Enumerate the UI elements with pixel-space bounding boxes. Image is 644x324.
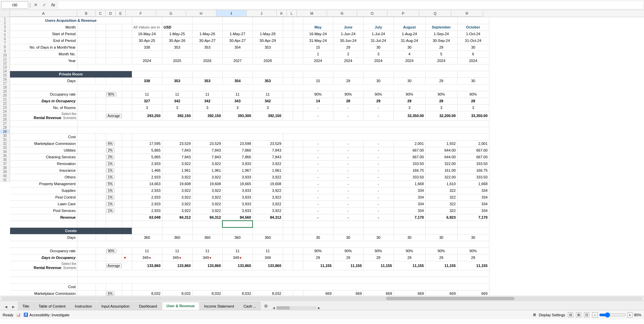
- cell-a8[interactable]: [10, 64, 77, 71]
- tab-dashboard[interactable]: Dashboard: [135, 302, 161, 310]
- cell-a27[interactable]: Lawn Care: [10, 201, 77, 207]
- cell-d18b[interactable]: 6%: [106, 140, 122, 147]
- cell-g1[interactable]: [162, 17, 192, 24]
- row-header-33[interactable]: 33: [0, 146, 10, 150]
- cell-q21[interactable]: 322.00: [425, 160, 457, 167]
- cell-j12[interactable]: 11: [253, 91, 283, 98]
- cell-g18b[interactable]: 23,529: [162, 140, 192, 147]
- condo-occ-rate-badge[interactable]: 90%: [106, 249, 116, 253]
- cell-b12[interactable]: [77, 91, 96, 98]
- cell-i39b[interactable]: 8,032: [222, 290, 253, 296]
- cell-c28[interactable]: [96, 207, 106, 214]
- cell-a3[interactable]: Start of Period: [10, 31, 77, 37]
- cell-l18b[interactable]: [293, 140, 303, 147]
- others-badge[interactable]: 1%: [106, 175, 114, 179]
- cell-e18b[interactable]: [122, 140, 132, 147]
- cell-g13[interactable]: 342: [162, 98, 192, 104]
- cell-a10[interactable]: Days: [10, 77, 77, 84]
- sheet-scrollbar-thumb[interactable]: [276, 306, 290, 310]
- col-header-q[interactable]: Q: [419, 10, 451, 17]
- row-header-23[interactable]: 23: [0, 106, 10, 110]
- cell-r35[interactable]: 29: [457, 254, 489, 261]
- cell-n19[interactable]: -: [333, 147, 363, 154]
- cell-h39b[interactable]: 8,032: [192, 290, 222, 296]
- row-header-32[interactable]: 32: [0, 142, 10, 146]
- cell-m13[interactable]: 14: [303, 98, 333, 104]
- tab-scroll-right[interactable]: ►: [10, 304, 17, 310]
- cell-d15[interactable]: Average: [106, 111, 122, 120]
- row-header-13[interactable]: 13: [0, 65, 10, 69]
- cell-q31[interactable]: [425, 227, 457, 234]
- cell-e5[interactable]: [122, 44, 132, 51]
- cell-a18b[interactable]: Marketplace Commission: [10, 140, 77, 147]
- cell-r30[interactable]: [457, 221, 489, 227]
- insurance-badge[interactable]: 1%: [106, 168, 114, 173]
- cell-i13[interactable]: 343: [222, 98, 253, 104]
- tab-income-statement[interactable]: Income Statement: [200, 302, 238, 310]
- cell-m6[interactable]: 1: [303, 51, 333, 57]
- cell-g24[interactable]: 19,608: [162, 180, 192, 187]
- cell-h35[interactable]: 349▼: [192, 254, 222, 261]
- cell-c13[interactable]: [96, 98, 106, 104]
- cell-a11[interactable]: [10, 84, 77, 91]
- cell-c39b[interactable]: [96, 290, 106, 296]
- cell-q10[interactable]: 29: [425, 77, 457, 84]
- cell-q13[interactable]: 28: [425, 98, 457, 104]
- row-header-1[interactable]: 1: [0, 17, 10, 21]
- cell-a19[interactable]: Utilities: [10, 147, 77, 154]
- col-header-l[interactable]: L: [287, 10, 297, 17]
- cell-e24[interactable]: [122, 180, 132, 187]
- cell-e32[interactable]: [122, 234, 132, 241]
- formula-input[interactable]: [58, 1, 643, 9]
- zoom-in-button[interactable]: +: [627, 312, 633, 318]
- cell-e34[interactable]: [122, 248, 132, 254]
- row-header-26[interactable]: 26: [0, 118, 10, 122]
- cell-q5[interactable]: 29: [425, 44, 457, 51]
- cell-p10[interactable]: 30: [393, 77, 425, 84]
- col-header-i[interactable]: I: [216, 10, 247, 17]
- cell-j22[interactable]: 1,961: [253, 167, 283, 174]
- cell-a20[interactable]: Cleaning Services: [10, 154, 77, 160]
- tab-instruction[interactable]: Instruction: [70, 302, 96, 310]
- cell-e6[interactable]: [122, 51, 132, 57]
- cell-f18-rest[interactable]: [132, 133, 283, 140]
- cell-i21[interactable]: 3,933: [222, 160, 253, 167]
- cell-o10[interactable]: 30: [363, 77, 393, 84]
- cell-n24[interactable]: -: [333, 180, 363, 187]
- cell-m5[interactable]: 15: [303, 44, 333, 51]
- cell-i34[interactable]: 11: [222, 248, 253, 254]
- cell-o3[interactable]: 1-Jul-24: [363, 31, 393, 37]
- cell-d39b[interactable]: 6%: [106, 290, 122, 296]
- cell-g28[interactable]: 3,922: [162, 207, 192, 214]
- cell-e26[interactable]: [122, 194, 132, 201]
- cell-a39[interactable]: Cost: [10, 283, 77, 290]
- cell-l35[interactable]: [293, 254, 303, 261]
- cell-p5[interactable]: 30: [393, 44, 425, 51]
- cell-c39[interactable]: [96, 283, 106, 290]
- cell-d19[interactable]: 2%: [106, 147, 122, 154]
- cell-m27[interactable]: -: [303, 201, 333, 207]
- cell-a12[interactable]: Occupancy rate: [10, 91, 77, 98]
- cell-h26[interactable]: 3,922: [192, 194, 222, 201]
- cell-n15[interactable]: -: [333, 111, 363, 120]
- cell-b22[interactable]: [77, 167, 96, 174]
- cell-f5[interactable]: 338: [132, 44, 162, 51]
- cell-g10[interactable]: 353: [162, 77, 192, 84]
- cell-j19[interactable]: 7,843: [253, 147, 283, 154]
- cell-c18b[interactable]: [96, 140, 106, 147]
- cell-e15[interactable]: [122, 111, 132, 120]
- row-header-17[interactable]: 17: [0, 82, 10, 86]
- cell-q35[interactable]: 29: [425, 254, 457, 261]
- cell-r29[interactable]: 7,170: [457, 214, 489, 221]
- cell-l20[interactable]: [293, 154, 303, 160]
- cell-g7[interactable]: 2025: [162, 57, 192, 64]
- cell-q3[interactable]: 1-Sep-24: [425, 31, 457, 37]
- cell-n27[interactable]: -: [333, 201, 363, 207]
- cell-f39b[interactable]: 8,032: [132, 290, 162, 296]
- cell-d14[interactable]: [106, 104, 122, 111]
- cell-k5[interactable]: [283, 44, 293, 51]
- cell-d34[interactable]: 90%: [106, 248, 122, 254]
- cell-n22[interactable]: -: [333, 167, 363, 174]
- cell-c35[interactable]: [96, 254, 106, 261]
- row-header-6[interactable]: 6: [0, 37, 10, 41]
